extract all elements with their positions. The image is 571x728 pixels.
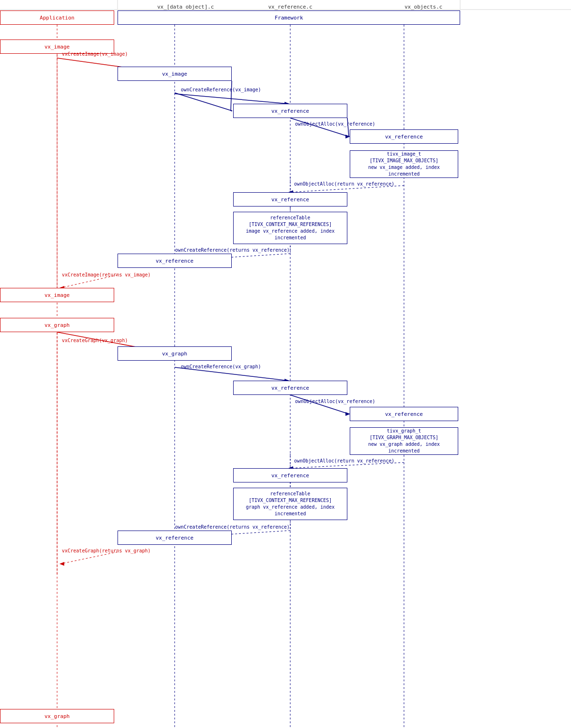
vx-image-fw-box: vx_image [118,67,232,81]
svg-line-13 [175,93,232,111]
arrow-label-own-create-ref-returns-1: ownCreateReference(returns vx_reference) [175,247,290,253]
svg-line-39 [60,552,118,564]
tivx-graph-box: tivx_graph_t[TIVX_GRAPH_MAX_OBJECTS]new … [350,427,458,455]
vx-reference-box-1: vx_reference [233,104,347,118]
vx-reference-obj-box-2: vx_reference [350,407,458,421]
svg-line-11 [231,81,232,111]
diagram-container: vx_[data object].c vx_reference.c vx_obj… [0,0,571,728]
arrow-label-own-obj-return-1: ownObjectAlloc(return vx_reference) [294,181,394,187]
arrow-label-create-image: vxCreateImage(vx_image) [62,51,128,57]
arrow-label-create-graph: vxCreateGraph(vx_graph) [62,338,128,343]
arrow-label-own-obj-alloc-2: ownObjectAlloc(vx_reference) [295,399,375,404]
svg-marker-40 [59,562,64,566]
arrow-label-create-graph-returns: vxCreateGraph(returns vx_graph) [62,548,151,553]
svg-line-20 [289,186,404,192]
header-col1: vx_[data object].c [138,4,233,10]
vx-reference-box-2: vx_reference [233,192,347,207]
vx-reference-box-3: vx_reference [118,254,232,268]
arrow-label-own-create-ref-img: ownCreateReference(vx_image) [181,87,261,92]
arrow-label-own-create-ref-graph: ownCreateReference(vx_graph) [181,364,261,369]
svg-line-16 [347,118,349,137]
svg-line-14 [175,94,288,104]
framework-box: Framework [118,10,460,25]
header-col2: vx_reference.c [252,4,328,10]
svg-line-29 [175,367,288,381]
svg-line-17 [290,118,349,137]
vx-image-app-box-2: vx_image [0,288,114,302]
vx-reference-obj-box-1: vx_reference [350,129,458,144]
application-box: Application [0,10,114,25]
arrow-label-own-obj-return-2: ownObjectAlloc(return vx_reference) [294,458,394,463]
vx-graph-app-box-2: vx_graph [0,709,114,723]
header-col3: vx_objects.c [385,4,462,10]
svg-line-31 [290,395,349,414]
tivx-image-box: tivx_image_t[TIVX_IMAGE_MAX_OBJECTS]new … [350,150,458,178]
vx-graph-app-box: vx_graph [0,318,114,332]
vx-reference-box-4: vx_reference [233,381,347,395]
vx-graph-fw-box: vx_graph [118,346,232,361]
ref-table-box-2: referenceTable[TIVX_CONTEXT_MAX_REFERENC… [233,488,347,520]
ref-table-box-1: referenceTable[TIVX_CONTEXT_MAX_REFERENC… [233,212,347,244]
arrow-label-create-image-returns: vxCreateImage(returns vx_image) [62,272,151,277]
arrow-label-own-create-ref-returns-2: ownCreateReference(returns vx_reference) [175,524,290,530]
vx-reference-box-5: vx_reference [233,468,347,482]
vx-reference-box-6: vx_reference [118,531,232,545]
arrow-label-own-obj-alloc-1: ownObjectAlloc(vx_reference) [295,121,375,127]
